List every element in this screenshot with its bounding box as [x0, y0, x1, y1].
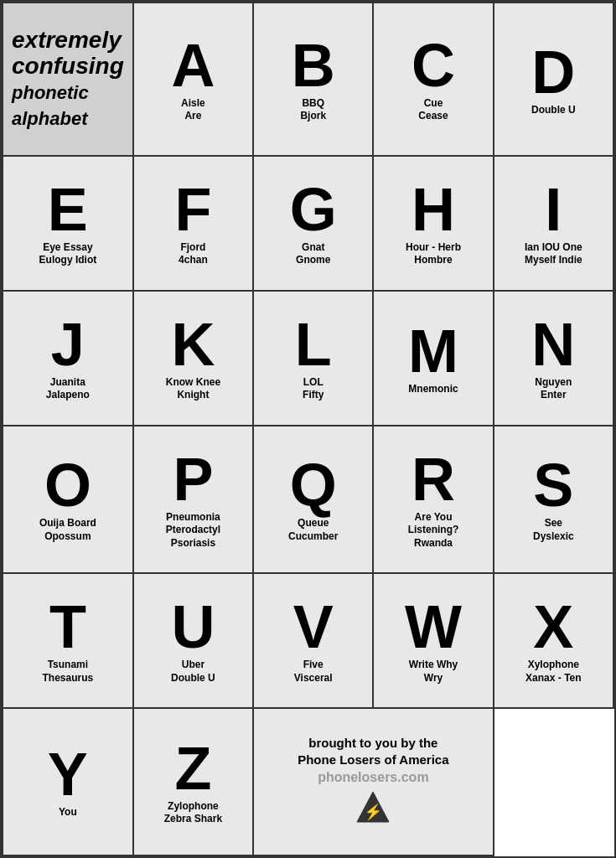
words-T: Tsunami Thesaurus — [43, 659, 94, 685]
cell-D: D Double U — [494, 3, 614, 157]
letter-U: U — [171, 597, 215, 657]
cell-P: P Pneumonia Pterodactyl Psoriasis — [134, 426, 254, 575]
words-L: LOL Fifty — [303, 376, 324, 402]
letter-Y: Y — [48, 744, 88, 804]
cell-K: K Know Knee Knight — [134, 292, 254, 426]
letter-B: B — [292, 35, 335, 96]
cell-C: C Cue Cease — [374, 3, 494, 157]
cell-J: J Juanita Jalapeno — [3, 292, 134, 426]
letter-F: F — [174, 179, 211, 240]
cell-A: A Aisle Are — [134, 3, 254, 157]
cell-F: F Fjord 4chan — [134, 157, 254, 292]
letter-V: V — [293, 597, 334, 657]
footer-icon: ⚡ — [355, 790, 391, 829]
page-title: extremely confusing phonetic alphabet — [12, 28, 124, 131]
words-X: Xylophone Xanax - Ten — [525, 659, 581, 685]
alphabet-grid: extremely confusing phonetic alphabet A … — [2, 2, 614, 856]
cell-R: R Are You Listening? Rwanda — [374, 426, 494, 575]
words-A: Aisle Are — [181, 97, 205, 123]
letter-C: C — [412, 35, 455, 96]
cell-E: E Eye Essay Eulogy Idiot — [3, 157, 134, 292]
letter-R: R — [412, 449, 455, 509]
letter-D: D — [531, 42, 575, 102]
words-P: Pneumonia Pterodactyl Psoriasis — [166, 511, 220, 550]
words-U: Uber Double U — [171, 659, 215, 685]
letter-E: E — [48, 179, 88, 240]
cell-U: U Uber Double U — [134, 574, 254, 709]
letter-Q: Q — [290, 455, 337, 515]
words-D: Double U — [531, 104, 576, 117]
letter-K: K — [171, 314, 215, 375]
letter-N: N — [531, 314, 575, 375]
words-N: Nguyen Enter — [535, 376, 572, 402]
cell-T: T Tsunami Thesaurus — [3, 574, 134, 709]
letter-I: I — [545, 179, 562, 240]
cell-X: X Xylophone Xanax - Ten — [494, 574, 614, 709]
cell-O: O Ouija Board Opossum — [3, 426, 134, 575]
words-H: Hour - Herb Hombre — [406, 241, 461, 267]
letter-S: S — [533, 455, 573, 515]
letter-L: L — [295, 314, 332, 375]
cell-N: N Nguyen Enter — [494, 292, 614, 426]
footer-url: phonelosers.com — [318, 770, 428, 785]
letter-J: J — [51, 314, 85, 375]
letter-W: W — [405, 597, 462, 657]
page: extremely confusing phonetic alphabet A … — [0, 0, 616, 858]
letter-H: H — [412, 179, 455, 240]
letter-T: T — [49, 597, 86, 657]
cell-Y: Y You — [3, 709, 134, 856]
words-Y: You — [59, 806, 77, 819]
cell-S: S See Dyslexic — [494, 426, 614, 575]
words-W: Write Why Wry — [409, 659, 458, 685]
words-E: Eye Essay Eulogy Idiot — [39, 241, 97, 267]
cell-M: M Mnemonic — [374, 292, 494, 426]
words-B: BBQ Bjork — [300, 97, 326, 123]
cell-H: H Hour - Herb Hombre — [374, 157, 494, 292]
letter-G: G — [290, 179, 337, 240]
letter-A: A — [171, 35, 215, 96]
cell-B: B BBQ Bjork — [254, 3, 374, 157]
footer-cell: brought to you by the Phone Losers of Am… — [254, 709, 494, 856]
letter-O: O — [44, 455, 91, 515]
cell-Q: Q Queue Cucumber — [254, 426, 374, 575]
cell-G: G Gnat Gnome — [254, 157, 374, 292]
words-C: Cue Cease — [418, 97, 448, 123]
cell-V: V Five Visceral — [254, 574, 374, 709]
words-K: Know Knee Knight — [166, 376, 220, 402]
words-R: Are You Listening? Rwanda — [408, 511, 459, 550]
words-M: Mnemonic — [408, 383, 458, 396]
title-cell: extremely confusing phonetic alphabet — [3, 3, 134, 157]
words-I: Ian IOU One Myself Indie — [525, 241, 582, 267]
svg-text:⚡: ⚡ — [364, 803, 383, 821]
cell-I: I Ian IOU One Myself Indie — [494, 157, 614, 292]
words-S: See Dyslexic — [533, 517, 574, 543]
words-V: Five Visceral — [294, 659, 333, 685]
letter-M: M — [408, 321, 458, 381]
words-G: Gnat Gnome — [296, 241, 330, 267]
letter-P: P — [173, 449, 213, 509]
words-Q: Queue Cucumber — [288, 517, 338, 543]
words-O: Ouija Board Opossum — [39, 517, 96, 543]
letter-Z: Z — [174, 738, 211, 799]
cell-L: L LOL Fifty — [254, 292, 374, 426]
cell-Z: Z Zylophone Zebra Shark — [134, 709, 254, 856]
footer-text: brought to you by the Phone Losers of Am… — [298, 735, 448, 768]
words-J: Juanita Jalapeno — [46, 376, 90, 402]
cell-W: W Write Why Wry — [374, 574, 494, 709]
words-Z: Zylophone Zebra Shark — [164, 800, 222, 826]
words-F: Fjord 4chan — [179, 241, 208, 267]
letter-X: X — [533, 597, 573, 657]
